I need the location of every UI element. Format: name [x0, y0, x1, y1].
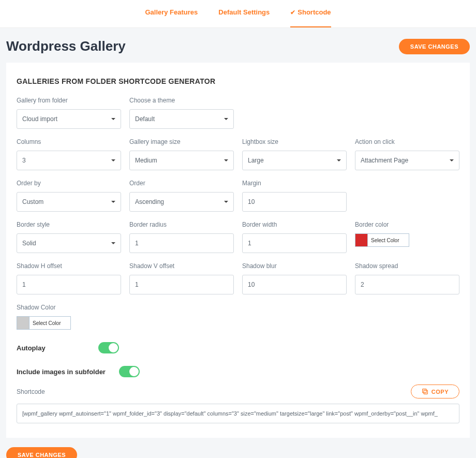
check-icon: ✔ [290, 9, 295, 16]
action-label: Action on click [355, 138, 459, 145]
shadow-color-swatch [17, 317, 29, 329]
theme-select[interactable]: Default [129, 109, 234, 129]
shortcode-label: Shortcode [17, 388, 45, 395]
tab-default-settings[interactable]: Default Settings [218, 6, 270, 21]
copy-icon [422, 388, 428, 395]
top-tabs: Gallery Features Default Settings ✔Short… [0, 0, 476, 28]
autoplay-toggle[interactable] [98, 342, 119, 353]
shadow-blur-label: Shadow blur [242, 262, 347, 270]
shadow-color-label: Shadow Color [17, 304, 121, 311]
svg-rect-0 [424, 390, 427, 394]
folder-select[interactable]: Cloud import [17, 109, 121, 129]
margin-input[interactable]: 10 [242, 192, 347, 212]
shadow-h-label: Shadow H offset [17, 262, 121, 270]
border-radius-input[interactable]: 1 [129, 233, 234, 253]
border-color-label: Border color [355, 221, 459, 228]
save-changes-button-top[interactable]: SAVE CHANGES [399, 39, 470, 54]
border-color-value: Select Color [368, 234, 409, 246]
subfolder-label: Include images in subfolder [17, 368, 110, 376]
panel-title: GALLERIES FROM FOLDER SHORTCODE GENERATO… [17, 77, 459, 85]
shadow-h-input[interactable]: 1 [17, 275, 121, 294]
image-size-label: Gallery image size [129, 138, 234, 145]
shadow-color-value: Select Color [29, 317, 70, 329]
shadow-v-label: Shadow V offset [129, 262, 234, 270]
border-style-select[interactable]: Solid [17, 233, 121, 253]
svg-rect-1 [422, 389, 426, 393]
margin-label: Margin [242, 180, 347, 187]
shadow-spread-label: Shadow spread [355, 262, 459, 270]
shortcode-output[interactable]: [wpmf_gallery wpmf_autoinsert="1" wpmf_f… [17, 404, 459, 423]
tab-gallery-features[interactable]: Gallery Features [145, 6, 198, 21]
image-size-select[interactable]: Medium [129, 151, 234, 170]
columns-select[interactable]: 3 [17, 151, 121, 170]
shortcode-generator-panel: GALLERIES FROM FOLDER SHORTCODE GENERATO… [6, 63, 470, 438]
border-style-label: Border style [17, 221, 121, 228]
order-label: Order [129, 180, 234, 187]
subfolder-toggle[interactable] [119, 366, 140, 377]
border-width-input[interactable]: 1 [242, 233, 347, 253]
border-color-picker[interactable]: Select Color [355, 233, 409, 247]
autoplay-label: Autoplay [17, 344, 89, 352]
border-width-label: Border width [242, 221, 347, 228]
save-changes-button-bottom[interactable]: SAVE CHANGES [6, 447, 77, 458]
border-radius-label: Border radius [129, 221, 234, 228]
tab-shortcode-label: Shortcode [298, 8, 331, 16]
order-select[interactable]: Ascending [129, 192, 234, 212]
action-select[interactable]: Attachment Page [355, 151, 459, 170]
border-color-swatch [355, 234, 368, 246]
order-by-select[interactable]: Custom [17, 192, 121, 212]
folder-label: Gallery from folder [17, 97, 121, 104]
lightbox-size-label: Lightbox size [242, 138, 347, 145]
copy-button[interactable]: COPY [411, 385, 459, 398]
shadow-v-input[interactable]: 1 [129, 275, 234, 294]
shadow-spread-input[interactable]: 2 [355, 275, 459, 294]
theme-label: Choose a theme [129, 97, 234, 104]
tab-shortcode[interactable]: ✔Shortcode [290, 6, 331, 27]
order-by-label: Order by [17, 180, 121, 187]
page-title: Wordpress Gallery [6, 38, 126, 54]
columns-label: Columns [17, 138, 121, 145]
lightbox-size-select[interactable]: Large [242, 151, 347, 170]
shadow-color-picker[interactable]: Select Color [17, 316, 71, 330]
shadow-blur-input[interactable]: 10 [242, 275, 347, 294]
copy-button-label: COPY [432, 389, 449, 395]
